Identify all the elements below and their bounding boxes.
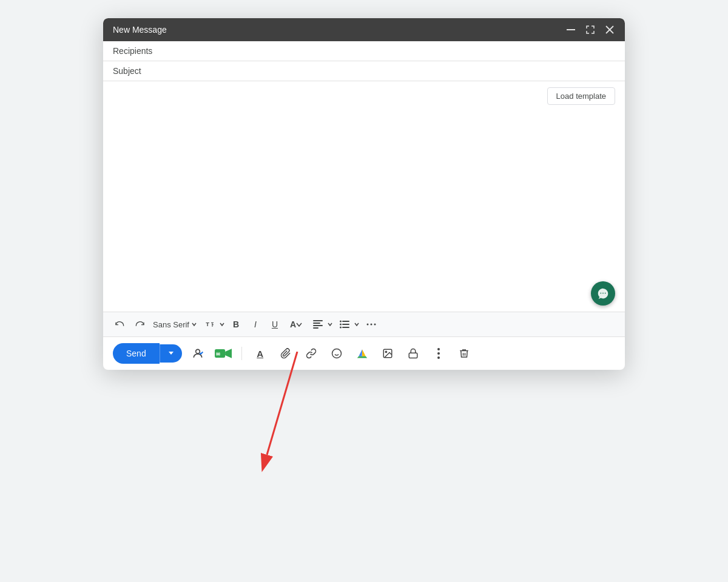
svg-point-16 (374, 324, 376, 326)
ai-assist-button[interactable] (591, 281, 615, 306)
attach-button[interactable] (276, 344, 295, 363)
redo-button[interactable] (131, 316, 149, 333)
undo-button[interactable] (110, 316, 129, 333)
meet-button[interactable]: ✉ (214, 344, 233, 363)
recipients-label: Recipients (113, 46, 152, 56)
footer-separator-1 (241, 347, 242, 360)
underline-button[interactable]: U (266, 316, 283, 333)
italic-button[interactable]: I (247, 316, 264, 333)
subject-label: Subject (113, 66, 149, 76)
svg-point-17 (195, 349, 200, 353)
send-button[interactable]: Send (113, 343, 160, 364)
recipients-input[interactable] (152, 46, 615, 56)
emoji-button[interactable] (327, 344, 346, 363)
svg-rect-11 (342, 324, 349, 325)
close-icon[interactable] (604, 24, 615, 35)
list-button[interactable] (335, 316, 354, 333)
compose-footer: Send ✉ A (103, 336, 625, 370)
more-options-button[interactable] (429, 344, 448, 363)
svg-point-15 (371, 324, 372, 326)
svg-point-26 (385, 351, 386, 352)
red-arrow-annotation (243, 352, 352, 473)
compose-window: New Message Recipients Subject (103, 18, 625, 370)
discard-button[interactable] (454, 344, 474, 363)
minimize-icon[interactable] (565, 24, 576, 35)
svg-text:T: T (206, 321, 209, 327)
align-dropdown-icon[interactable] (327, 321, 333, 327)
svg-point-29 (437, 352, 440, 355)
svg-text:✉: ✉ (215, 352, 220, 357)
font-size-button[interactable]: T (201, 316, 219, 333)
svg-point-22 (332, 349, 341, 358)
compose-title: New Message (113, 25, 167, 35)
align-button[interactable] (309, 316, 327, 333)
svg-point-30 (437, 356, 440, 359)
insert-link-button[interactable] (302, 344, 321, 363)
more-formatting-button[interactable] (362, 316, 380, 333)
formatting-toolbar: Sans Serif T B I U A (103, 312, 625, 336)
compose-body: Load template (103, 81, 625, 312)
svg-rect-7 (313, 327, 318, 329)
header-controls (565, 24, 615, 35)
svg-rect-5 (313, 323, 320, 324)
svg-point-10 (340, 324, 342, 326)
confidential-button[interactable] (403, 344, 423, 363)
svg-rect-13 (342, 327, 349, 328)
subject-input[interactable] (149, 66, 615, 76)
svg-point-8 (340, 321, 342, 323)
list-dropdown-icon[interactable] (354, 321, 360, 327)
svg-point-28 (437, 348, 440, 350)
font-name: Sans Serif (153, 320, 189, 329)
svg-rect-9 (342, 321, 349, 322)
svg-rect-27 (409, 353, 417, 358)
recipients-field: Recipients (103, 41, 625, 61)
font-size-dropdown-icon[interactable] (219, 321, 225, 327)
send-button-group: Send (113, 343, 182, 364)
svg-rect-6 (313, 325, 323, 326)
drive-button[interactable] (352, 344, 372, 363)
svg-point-14 (367, 324, 369, 326)
assign-button[interactable] (188, 344, 207, 363)
font-color-footer-button[interactable]: A (251, 344, 270, 363)
svg-point-12 (340, 327, 342, 329)
expand-icon[interactable] (585, 24, 596, 35)
text-color-dropdown-icon[interactable] (296, 321, 302, 327)
body-input[interactable] (113, 87, 615, 306)
bold-button[interactable]: B (228, 316, 244, 333)
subject-field: Subject (103, 61, 625, 81)
insert-image-button[interactable] (378, 344, 397, 363)
text-color-button[interactable]: A (286, 316, 306, 333)
svg-marker-20 (225, 349, 232, 358)
font-selector[interactable]: Sans Serif (152, 319, 198, 330)
load-template-button[interactable]: Load template (547, 87, 615, 105)
svg-rect-4 (313, 320, 323, 321)
compose-header: New Message (103, 18, 625, 41)
send-dropdown-button[interactable] (160, 344, 182, 363)
text-color-icon: A (290, 319, 296, 329)
